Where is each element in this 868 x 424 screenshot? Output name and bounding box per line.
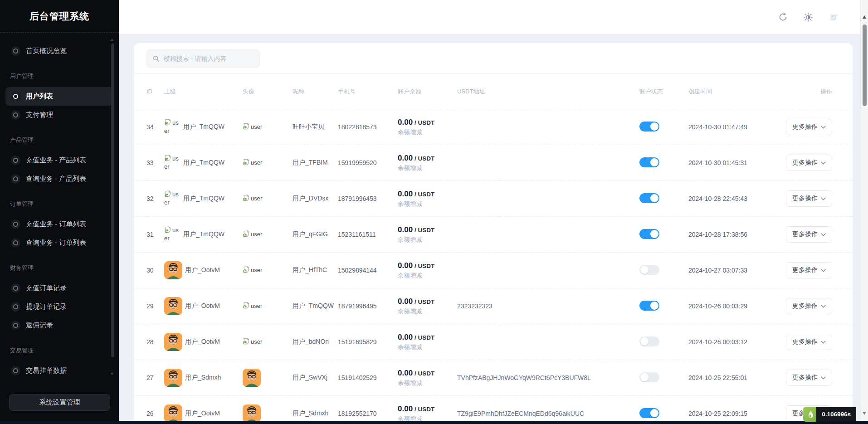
user-id: 28	[146, 338, 164, 346]
section-product-management: 产品管理	[10, 136, 119, 145]
sidebar-scrollbar[interactable]	[111, 44, 114, 357]
more-actions-button[interactable]: 更多操作	[786, 226, 832, 243]
sidebar-item-user-list[interactable]: 用户列表	[5, 87, 113, 106]
balance-adjust-link[interactable]: 余额增减	[398, 200, 457, 208]
broken-image-placeholder: user	[164, 190, 180, 206]
sidebar-item-label: 返佣记录	[26, 321, 53, 330]
sidebar-item-recharge-records[interactable]: 充值订单记录	[5, 279, 113, 297]
account-status-toggle[interactable]	[639, 157, 659, 167]
parent-name: 用户_TmQQW	[183, 230, 224, 239]
created-time: 2024-10-28 17:38:56	[688, 231, 786, 238]
col-id: ID	[146, 88, 164, 95]
balance-cell: 0.00/ USDT 余额增减	[398, 225, 457, 244]
balance-cell: 0.00/ USDT 余额增减	[398, 369, 457, 387]
sidebar-item-label: 查询业务 - 产品列表	[26, 175, 86, 183]
balance-value: 0.00	[398, 333, 413, 341]
broken-image-icon	[243, 195, 250, 202]
sidebar-item-query-products[interactable]: 查询业务 - 产品列表	[5, 170, 113, 188]
menu-bullet-icon	[11, 156, 20, 165]
toggle-knob	[650, 409, 658, 417]
search-box[interactable]	[146, 49, 260, 68]
sidebar-item-label: 交易挂单数据	[26, 366, 67, 375]
balance-adjust-link[interactable]: 余额增减	[398, 164, 457, 172]
sidebar-item-trade-orders[interactable]: 交易挂单数据	[5, 361, 113, 380]
page-scrollbar[interactable]	[860, 0, 868, 424]
balance-adjust-link[interactable]: 余额增减	[398, 343, 457, 351]
more-actions-button[interactable]: 更多操作	[786, 298, 832, 314]
balance-adjust-link[interactable]: 余额增减	[398, 128, 457, 136]
menu-bullet-icon	[11, 219, 20, 229]
balance-value: 0.00	[398, 154, 413, 162]
user-id: 32	[146, 195, 164, 202]
user-id: 30	[146, 267, 164, 274]
created-time: 2024-10-30 01:45:31	[688, 159, 786, 166]
account-status-toggle[interactable]	[639, 408, 659, 418]
balance-adjust-link[interactable]: 余额增减	[398, 272, 457, 280]
nickname: 旺旺小宝贝	[293, 123, 338, 131]
more-actions-button[interactable]: 更多操作	[786, 155, 832, 171]
scroll-up-arrow[interactable]	[863, 15, 866, 19]
col-avatar: 头像	[243, 88, 293, 96]
search-input[interactable]	[164, 55, 254, 62]
account-status-toggle[interactable]	[639, 301, 659, 311]
more-actions-button[interactable]: 更多操作	[786, 262, 832, 278]
menu-bullet-icon	[11, 174, 20, 184]
sidebar-item-home[interactable]: 首页概况总览	[5, 42, 113, 60]
toggle-knob	[640, 266, 649, 274]
more-actions-button[interactable]: 更多操作	[786, 334, 832, 350]
balance-adjust-link[interactable]: 余额增减	[398, 236, 457, 244]
account-status-toggle[interactable]	[639, 336, 659, 346]
created-time: 2024-10-26 00:03:12	[688, 338, 786, 346]
table-row: 28 用户_OotvM user 用户_bdNOn 15191695829 0.…	[134, 324, 853, 360]
user-id: 26	[146, 410, 164, 417]
sidebar-scroll-down-arrow[interactable]	[110, 373, 114, 375]
sidebar-item-recharge-products[interactable]: 充值业务 - 产品列表	[5, 151, 113, 170]
scroll-down-arrow[interactable]	[863, 412, 866, 415]
sidebar-item-query-orders[interactable]: 查询业务 - 订单列表	[5, 234, 113, 252]
balance-unit: / USDT	[414, 119, 434, 126]
account-status-toggle[interactable]	[639, 229, 659, 239]
phone-number: 15191695829	[338, 338, 398, 346]
parent-cell: user 用户_TmQQW	[164, 190, 243, 206]
toggle-knob	[650, 158, 658, 166]
scrollbar-thumb[interactable]	[863, 24, 867, 106]
sidebar-item-recharge-orders[interactable]: 充值业务 - 订单列表	[5, 215, 113, 234]
debug-toolbar[interactable]: 0.106996s	[803, 407, 856, 421]
avatar-cell: user	[243, 159, 293, 167]
col-usdt: USDT地址	[457, 88, 639, 96]
main-content: ID 上级 头像 昵称 手机号 账户余额 USDT地址 账户状态 创建时间 操作…	[119, 34, 860, 424]
chevron-down-icon	[821, 269, 826, 272]
sidebar-scroll-up-arrow[interactable]	[110, 39, 114, 41]
app-title: 后台管理系统	[0, 0, 119, 33]
status-cell	[639, 408, 688, 419]
toggle-knob	[650, 194, 658, 202]
balance-adjust-link[interactable]: 余额增减	[398, 307, 457, 316]
balance-unit: / USDT	[414, 191, 434, 198]
more-actions-button[interactable]: 更多操作	[786, 370, 832, 386]
status-check-icon[interactable]	[829, 12, 839, 22]
balance-value: 0.00	[398, 261, 413, 270]
broken-image-icon	[243, 302, 250, 309]
sidebar-item-withdraw-records[interactable]: 提现订单记录	[5, 297, 113, 316]
created-time: 2024-10-25 22:09:15	[688, 410, 786, 417]
broken-image-icon	[243, 266, 250, 273]
nickname: 用户_qFGIG	[293, 230, 338, 239]
broken-image-icon	[164, 226, 171, 234]
usdt-address: TZ9giE9PmhDhfJZeECMnqEDd6q96aikUUC	[457, 410, 639, 417]
parent-cell: 用户_OotvM	[164, 333, 243, 351]
account-status-toggle[interactable]	[639, 265, 659, 275]
sidebar-item-rebate-records[interactable]: 返佣记录	[5, 316, 113, 335]
system-settings-button[interactable]: 系统设置管理	[9, 394, 110, 411]
more-actions-button[interactable]: 更多操作	[786, 119, 832, 135]
account-status-toggle[interactable]	[639, 193, 659, 203]
parent-name: 用户_TmQQW	[183, 159, 224, 167]
refresh-icon[interactable]	[778, 12, 788, 22]
account-status-toggle[interactable]	[639, 122, 659, 132]
balance-adjust-link[interactable]: 余额增减	[398, 379, 457, 387]
account-status-toggle[interactable]	[639, 372, 659, 382]
sidebar-item-payment[interactable]: 支付管理	[5, 106, 113, 124]
actions-cell: 更多操作	[786, 262, 832, 278]
avatar-cell: user	[243, 123, 293, 131]
more-actions-button[interactable]: 更多操作	[786, 190, 832, 207]
theme-toggle-icon[interactable]	[803, 12, 813, 22]
